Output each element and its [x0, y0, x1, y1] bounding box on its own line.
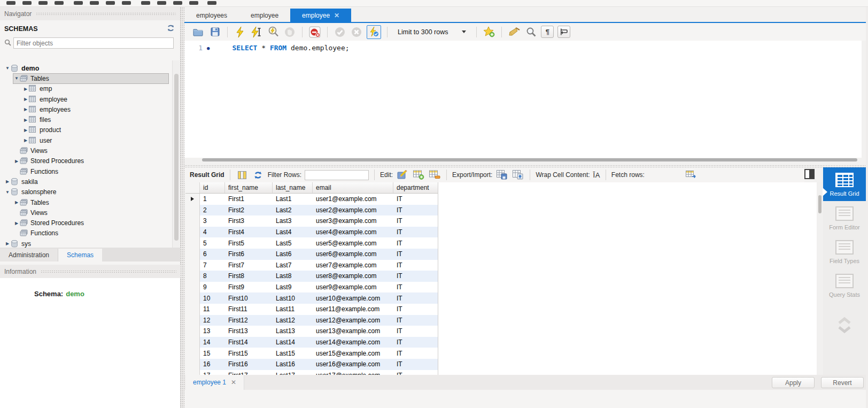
- table-row[interactable]: 16First16Last16user16@example.comIT: [185, 359, 438, 370]
- editor-tab-2[interactable]: employee✕: [290, 9, 351, 22]
- grid-row-gutter[interactable]: [185, 215, 200, 227]
- grid-cell[interactable]: Last15: [273, 348, 313, 359]
- grid-row-gutter[interactable]: [185, 359, 200, 370]
- tree-item-sys[interactable]: ▶sys: [0, 238, 172, 248]
- grid-cell[interactable]: IT: [393, 304, 438, 315]
- tree-item-views[interactable]: Views: [0, 145, 172, 156]
- sql-editor[interactable]: 1 ● SELECT * FROM demo.employee;: [184, 41, 862, 158]
- grid-cell[interactable]: First3: [225, 215, 273, 227]
- grid-row-gutter[interactable]: [185, 249, 200, 260]
- grid-cell[interactable]: user17@example.com: [313, 370, 393, 375]
- grid-cell[interactable]: First7: [225, 260, 273, 271]
- chevron-up-icon[interactable]: [838, 317, 851, 325]
- editor-tab-0[interactable]: employees: [184, 9, 239, 22]
- grid-cell[interactable]: user5@example.com: [313, 237, 393, 249]
- grid-cell[interactable]: 12: [200, 315, 225, 326]
- table-row[interactable]: 10First10Last10user10@example.comIT: [185, 292, 438, 304]
- grid-cell[interactable]: 10: [200, 292, 225, 304]
- commit-icon[interactable]: [334, 26, 346, 39]
- grid-row-gutter[interactable]: [185, 271, 200, 282]
- side-panel-tab-form-editor[interactable]: Form Editor: [823, 201, 866, 235]
- table-row[interactable]: 1First1Last1user1@example.comIT: [185, 194, 438, 205]
- grid-cell[interactable]: First2: [225, 205, 273, 216]
- save-snippet-icon[interactable]: [483, 26, 495, 39]
- grid-cell[interactable]: IT: [393, 370, 438, 375]
- grid-row-gutter[interactable]: [185, 315, 200, 326]
- grid-cell[interactable]: 6: [200, 249, 225, 260]
- table-row[interactable]: 6First6Last6user6@example.comIT: [185, 249, 438, 260]
- grid-cell[interactable]: Last4: [273, 227, 313, 238]
- toggle-autocommit-icon[interactable]: [367, 25, 381, 39]
- grid-cell[interactable]: First16: [225, 359, 273, 370]
- grid-cell[interactable]: First6: [225, 249, 273, 260]
- grid-vertical-scrollbar[interactable]: [817, 182, 823, 375]
- grid-cell[interactable]: Last12: [273, 315, 313, 326]
- import-records-icon[interactable]: [511, 168, 524, 181]
- tree-collapsed-arrow-icon[interactable]: ▶: [22, 128, 29, 133]
- tree-expanded-arrow-icon[interactable]: ▼: [4, 66, 11, 71]
- grid-cell[interactable]: 3: [200, 215, 225, 227]
- refresh-schemas-icon[interactable]: [167, 25, 175, 33]
- grid-cell[interactable]: Last9: [273, 282, 313, 293]
- grid-cell[interactable]: IT: [393, 326, 438, 337]
- grid-cell[interactable]: user9@example.com: [313, 282, 393, 293]
- grid-cell[interactable]: Last6: [273, 249, 313, 260]
- grid-cell[interactable]: user4@example.com: [313, 227, 393, 238]
- refresh-grid-icon[interactable]: [252, 168, 265, 181]
- revert-button[interactable]: Revert: [821, 377, 864, 388]
- table-row[interactable]: 17First17Last17user17@example.comIT: [185, 370, 438, 375]
- grid-cell[interactable]: Last3: [273, 215, 313, 227]
- edit-record-icon[interactable]: [396, 168, 409, 181]
- grid-row-gutter[interactable]: [185, 304, 200, 315]
- grid-cell[interactable]: user8@example.com: [313, 271, 393, 282]
- sidebar-tab-administration[interactable]: Administration: [0, 249, 58, 261]
- grid-row-gutter[interactable]: [185, 237, 200, 249]
- grid-cell[interactable]: 16: [200, 359, 225, 370]
- grid-cell[interactable]: IT: [393, 292, 438, 304]
- grid-cell[interactable]: Last8: [273, 271, 313, 282]
- grid-cell[interactable]: user6@example.com: [313, 249, 393, 260]
- grid-row-gutter[interactable]: [185, 370, 200, 375]
- tree-item-tables[interactable]: ▼Tables: [0, 73, 172, 83]
- grid-row-gutter[interactable]: [185, 205, 200, 216]
- table-row[interactable]: 3First3Last3user3@example.comIT: [185, 215, 438, 227]
- grid-cell[interactable]: IT: [393, 315, 438, 326]
- table-row[interactable]: 11First11Last11user11@example.comIT: [185, 304, 438, 315]
- tree-item-salonsphere[interactable]: ▼salonsphere: [0, 187, 172, 197]
- grid-cell[interactable]: Last10: [273, 292, 313, 304]
- grid-cell[interactable]: IT: [393, 271, 438, 282]
- table-row[interactable]: 14First14Last14user14@example.comIT: [185, 337, 438, 348]
- grid-cell[interactable]: First9: [225, 282, 273, 293]
- tree-collapsed-arrow-icon[interactable]: ▶: [4, 179, 11, 184]
- side-panel-tab-result-grid[interactable]: Result Grid: [823, 167, 866, 201]
- grid-cell[interactable]: Last13: [273, 326, 313, 337]
- table-row[interactable]: 8First8Last8user8@example.comIT: [185, 271, 438, 282]
- tree-item-employees[interactable]: ▶employees: [0, 104, 172, 114]
- tree-collapsed-arrow-icon[interactable]: ▶: [22, 138, 29, 143]
- grid-cell[interactable]: 5: [200, 237, 225, 249]
- table-row[interactable]: 7First7Last7user7@example.comIT: [185, 260, 438, 271]
- grid-cell[interactable]: user15@example.com: [313, 348, 393, 359]
- grid-row-gutter[interactable]: [185, 292, 200, 304]
- grid-cell[interactable]: user16@example.com: [313, 359, 393, 370]
- table-row[interactable]: 12First12Last12user12@example.comIT: [185, 315, 438, 326]
- grid-cell[interactable]: IT: [393, 337, 438, 348]
- tree-collapsed-arrow-icon[interactable]: ▶: [22, 107, 29, 112]
- table-row[interactable]: 5First5Last5user5@example.comIT: [185, 237, 438, 249]
- grid-cell[interactable]: 4: [200, 227, 225, 238]
- tree-item-tables[interactable]: ▶Tables: [0, 197, 172, 207]
- grid-cell[interactable]: 8: [200, 271, 225, 282]
- toggle-word-wrap-icon[interactable]: [557, 26, 570, 38]
- grid-cell[interactable]: 17: [200, 370, 225, 375]
- grid-cell[interactable]: Last2: [273, 205, 313, 216]
- grid-cell[interactable]: First15: [225, 348, 273, 359]
- wrap-cell-content-icon[interactable]: ĪA: [593, 171, 600, 179]
- grid-cell[interactable]: First4: [225, 227, 273, 238]
- tree-item-functions[interactable]: Functions: [0, 228, 172, 238]
- editor-horizontal-scrollbar[interactable]: [202, 158, 857, 161]
- grid-cell[interactable]: Last11: [273, 304, 313, 315]
- filter-objects-input[interactable]: [13, 37, 174, 49]
- grid-cell[interactable]: 2: [200, 205, 225, 216]
- tree-collapsed-arrow-icon[interactable]: ▶: [13, 221, 20, 226]
- filter-rows-input[interactable]: [305, 170, 369, 180]
